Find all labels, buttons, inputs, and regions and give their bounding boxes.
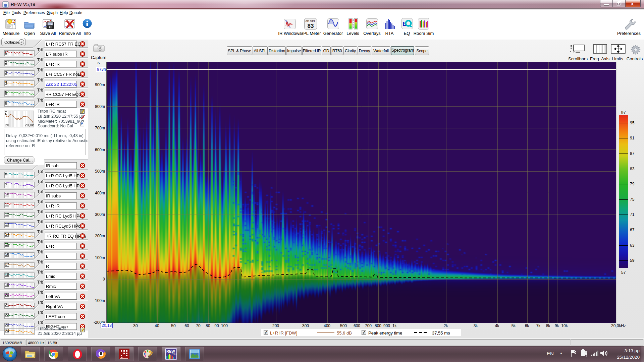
svg-text:9: 9 (353, 26, 354, 28)
svg-text:dB SPL: dB SPL (306, 19, 316, 23)
svg-text:3: 3 (353, 21, 354, 23)
svg-text:83: 83 (308, 23, 314, 29)
svg-text:V5.1: V5.1 (172, 353, 177, 355)
svg-text:0: 0 (353, 19, 354, 21)
svg-text:6: 6 (353, 24, 354, 26)
